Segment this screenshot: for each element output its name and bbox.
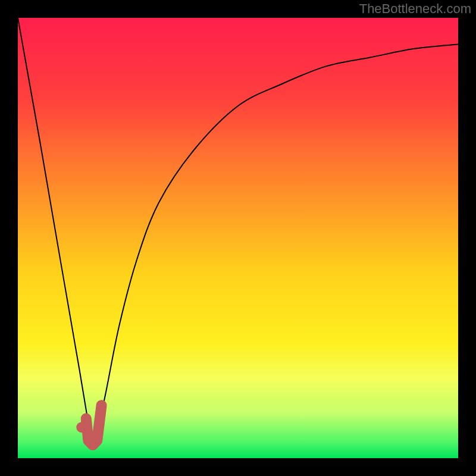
optimal-dot-marker bbox=[76, 422, 87, 433]
optimal-j-marker bbox=[86, 405, 102, 445]
plot-area bbox=[18, 18, 458, 458]
bottleneck-curve-line bbox=[18, 18, 458, 445]
watermark-attribution: TheBottleneck.com bbox=[359, 1, 471, 17]
curve-layer bbox=[18, 18, 458, 458]
